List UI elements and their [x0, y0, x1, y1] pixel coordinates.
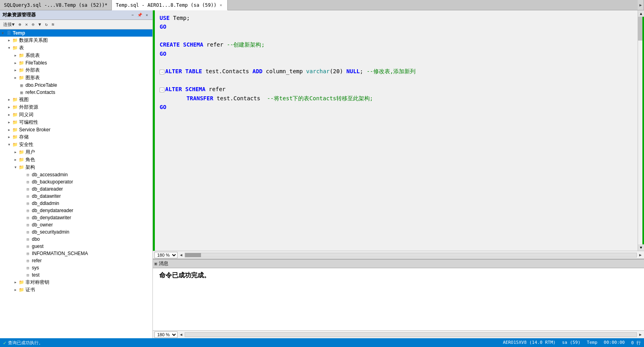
tree-item-view[interactable]: ▶📁视图: [0, 96, 152, 103]
tree-toggle-db_datareader[interactable]: [19, 186, 25, 192]
tree-item-dbdiagram[interactable]: ▶📁数据库关系图: [0, 37, 152, 44]
tree-toggle-table[interactable]: ▼: [6, 45, 12, 51]
tree-item-dbo[interactable]: ⊞dbo: [0, 236, 152, 243]
tree-item-synonym[interactable]: ▶📁同义词: [0, 111, 152, 119]
tree-toggle-db_securityadmin[interactable]: [19, 229, 25, 235]
zoom-select[interactable]: 180 % 100 % 150 %: [154, 252, 178, 258]
tree-toggle-db_owner[interactable]: [19, 222, 25, 228]
hscroll-right-btn[interactable]: ▶: [638, 253, 642, 257]
tab-scroll-right[interactable]: ▶: [638, 0, 644, 10]
panel-pin-btn[interactable]: －: [129, 12, 136, 18]
tree-toggle-test[interactable]: [19, 272, 25, 278]
tree-toggle-programmability[interactable]: ▶: [6, 120, 12, 125]
tree-item-roles[interactable]: ▶📁角色: [0, 156, 152, 164]
tree-toggle-certificate[interactable]: ▶: [13, 287, 18, 293]
tree-item-temp[interactable]: ▼🗄Temp: [0, 29, 152, 37]
tab-tempsql[interactable]: Temp.sql - AERO1...8.Temp (sa (59)) ✕: [112, 0, 228, 10]
tree-item-db_denydatareader[interactable]: ⊞db_denydatareader: [0, 207, 152, 214]
tree-item-db_accessadmin[interactable]: ⊞db_accessadmin: [0, 171, 152, 178]
vscroll-track[interactable]: [638, 17, 644, 244]
tree-item-storage[interactable]: ▶📁存储: [0, 133, 152, 141]
tree-toggle-guest[interactable]: [19, 244, 25, 249]
tree-toggle-dbo[interactable]: [19, 236, 25, 242]
tree-toggle-asymmetrickey[interactable]: ▶: [13, 280, 18, 285]
tree-item-asymmetrickey[interactable]: ▶📁非对称密钥: [0, 279, 152, 286]
tree-toggle-view[interactable]: ▶: [6, 97, 12, 103]
tree-item-test[interactable]: ⊞test: [0, 271, 152, 279]
msg-hscroll-left[interactable]: ◀: [179, 332, 183, 337]
tree-toggle-users[interactable]: ▶: [13, 150, 18, 155]
summary-btn[interactable]: ≋: [50, 21, 56, 28]
tree-item-db_backupoperator[interactable]: ⊞db_backupoperator: [0, 178, 152, 185]
tree-item-db_securityadmin[interactable]: ⊞db_securityadmin: [0, 228, 152, 236]
refresh-btn[interactable]: ↻: [43, 21, 49, 28]
tree-item-guest[interactable]: ⊞guest: [0, 243, 152, 250]
tree-item-schemas[interactable]: ▼📁架构: [0, 164, 152, 171]
tree-item-servicebroker[interactable]: ▶📁Service Broker: [0, 126, 152, 133]
tree-toggle-referContacts[interactable]: [13, 90, 18, 95]
hscroll-thumb[interactable]: [185, 253, 201, 257]
tree-item-db_datawriter[interactable]: ⊞db_datawriter: [0, 193, 152, 200]
tree-toggle-db_accessadmin[interactable]: [19, 172, 25, 177]
tree-item-systable[interactable]: ▶📁系统表: [0, 52, 152, 59]
tree-item-dboPrice[interactable]: ▦dbo.PriceTable: [0, 82, 152, 89]
tree-item-externaltable[interactable]: ▶📁外部表: [0, 66, 152, 74]
tree-container[interactable]: ▼🗄Temp▶📁数据库关系图▼📁表▶📁系统表▶📁FileTables▶📁外部表▶…: [0, 29, 152, 338]
tree-item-graphtable[interactable]: ▶📁图形表: [0, 74, 152, 82]
tree-toggle-roles[interactable]: ▶: [13, 157, 18, 163]
tree-toggle-externalres[interactable]: ▶: [6, 105, 12, 110]
msg-hscroll-right[interactable]: ▶: [638, 332, 642, 337]
filter-settings-btn[interactable]: ▼: [37, 21, 43, 28]
tree-item-programmability[interactable]: ▶📁可编程性: [0, 119, 152, 126]
tree-item-sys[interactable]: ⊞sys: [0, 264, 152, 271]
tree-item-information_schema[interactable]: ⊞INFORMATION_SCHEMA: [0, 250, 152, 257]
vscroll-down-btn[interactable]: ▼: [638, 244, 644, 251]
tree-toggle-refer[interactable]: [19, 258, 25, 263]
tree-item-externalres[interactable]: ▶📁外部资源: [0, 103, 152, 111]
filter-btn[interactable]: ⊖: [30, 21, 36, 28]
new-query-btn[interactable]: ⊕: [17, 21, 23, 28]
panel-close-btn[interactable]: ✕: [144, 12, 150, 18]
tree-toggle-filetables[interactable]: ▶: [13, 60, 18, 66]
tree-item-security[interactable]: ▼📁安全性: [0, 141, 152, 148]
tree-item-referContacts[interactable]: ▦refer.Contacts: [0, 89, 152, 96]
tree-item-table[interactable]: ▼📁表: [0, 44, 152, 52]
msg-hscroll-track[interactable]: [185, 332, 637, 337]
editor-vscroll[interactable]: ▲ ▼: [638, 10, 644, 251]
tree-item-certificate[interactable]: ▶📁证书: [0, 286, 152, 294]
tree-toggle-dbdiagram[interactable]: ▶: [6, 38, 12, 43]
tree-item-filetables[interactable]: ▶📁FileTables: [0, 59, 152, 66]
tree-item-users[interactable]: ▶📁用户: [0, 148, 152, 156]
tree-item-db_ddladmin[interactable]: ⊞db_ddladmin: [0, 200, 152, 207]
tree-item-db_datareader[interactable]: ⊞db_datareader: [0, 185, 152, 193]
tree-toggle-db_ddladmin[interactable]: [19, 201, 25, 206]
message-zoom-select[interactable]: 180 %: [154, 331, 178, 338]
hscroll-track[interactable]: [185, 253, 637, 257]
tree-toggle-systable[interactable]: ▶: [13, 53, 18, 58]
tree-toggle-temp[interactable]: ▼: [0, 30, 6, 36]
tree-toggle-storage[interactable]: ▶: [6, 135, 12, 140]
tree-item-refer[interactable]: ⊞refer: [0, 257, 152, 264]
hscroll-left-btn[interactable]: ◀: [179, 253, 183, 257]
tree-toggle-sys[interactable]: [19, 265, 25, 271]
connect-btn[interactable]: 连接▼: [2, 21, 16, 28]
tree-toggle-graphtable[interactable]: ▶: [13, 75, 18, 81]
panel-unpin-btn[interactable]: 📌: [137, 12, 143, 18]
code-editor[interactable]: USE Temp; GO CREATE SCHEMA refer --创建新架构…: [155, 10, 638, 251]
tree-item-db_owner[interactable]: ⊞db_owner: [0, 221, 152, 228]
tree-toggle-schemas[interactable]: ▼: [13, 165, 18, 170]
message-tab-label[interactable]: 消息: [159, 260, 168, 267]
tab-tempsql-close[interactable]: ✕: [219, 2, 223, 8]
tree-item-db_denydatawriter[interactable]: ⊞db_denydatawriter: [0, 214, 152, 221]
tree-toggle-db_datawriter[interactable]: [19, 193, 25, 199]
vscroll-up-btn[interactable]: ▲: [638, 10, 644, 17]
tree-toggle-servicebroker[interactable]: ▶: [6, 127, 12, 133]
tree-toggle-db_backupoperator[interactable]: [19, 179, 25, 185]
tree-toggle-synonym[interactable]: ▶: [6, 112, 12, 118]
tree-toggle-db_denydatareader[interactable]: [19, 208, 25, 213]
tree-toggle-db_denydatawriter[interactable]: [19, 215, 25, 220]
tree-toggle-dboPrice[interactable]: [13, 82, 18, 88]
tree-toggle-externaltable[interactable]: ▶: [13, 68, 18, 73]
tree-toggle-security[interactable]: ▼: [6, 142, 12, 148]
disconnect-btn[interactable]: ✕: [23, 21, 29, 28]
